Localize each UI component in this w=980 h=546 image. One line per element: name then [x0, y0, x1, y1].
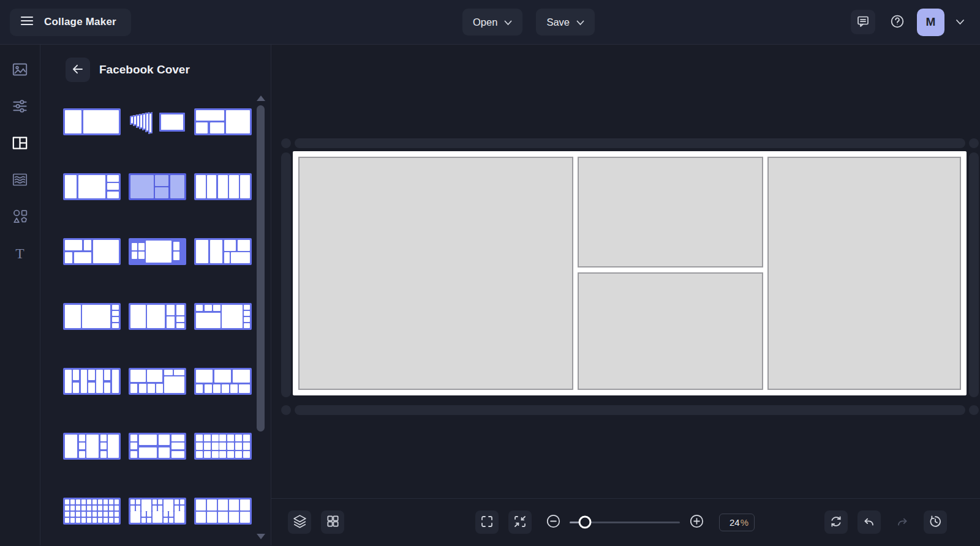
image-icon [12, 61, 28, 80]
sidebar-item-shapes[interactable] [7, 205, 34, 230]
template-thumbnail[interactable] [194, 498, 252, 525]
template-thumbnail[interactable] [194, 303, 252, 330]
template-thumbnail[interactable] [63, 433, 121, 460]
redo-button[interactable] [891, 510, 914, 534]
sidebar-item-backgrounds[interactable] [7, 168, 34, 193]
scroll-up-arrow[interactable] [257, 95, 265, 101]
collage-cell-left[interactable] [298, 157, 573, 390]
shapes-icon [12, 208, 28, 226]
panel-title: Facebook Cover [99, 63, 190, 77]
fit-screen-button[interactable] [475, 510, 499, 534]
canvas-left-handle[interactable] [281, 152, 291, 397]
account-chevron-button[interactable] [952, 14, 968, 30]
canvas-corner-handle[interactable] [969, 405, 979, 415]
templates-panel: Facebook Cover [40, 45, 271, 545]
back-button[interactable] [66, 58, 90, 82]
save-button-label: Save [546, 17, 570, 28]
zoom-out-button[interactable] [545, 514, 561, 530]
sidebar-item-photos[interactable] [7, 58, 34, 83]
help-button[interactable] [885, 10, 910, 34]
zoom-unit: % [741, 517, 748, 528]
zoom-slider-knob[interactable] [579, 516, 592, 529]
save-button[interactable]: Save [536, 9, 595, 36]
collage-cell-middle-bottom[interactable] [578, 272, 763, 390]
feedback-icon [856, 14, 870, 31]
grid-view-button[interactable] [321, 510, 344, 534]
canvas-area: 24% [271, 45, 980, 545]
history-icon [928, 514, 943, 531]
redo-icon [895, 514, 910, 531]
template-thumbnail[interactable] [194, 368, 252, 395]
open-button[interactable]: Open [462, 9, 522, 36]
text-icon: T [12, 245, 28, 263]
svg-text:T: T [15, 245, 24, 261]
topbar: Collage Maker Open Save [0, 0, 980, 45]
template-thumbnail[interactable] [63, 173, 121, 200]
template-thumbnail[interactable] [129, 368, 186, 395]
grid-icon [326, 514, 340, 530]
app-title: Collage Maker [44, 16, 116, 28]
reset-button[interactable] [824, 510, 848, 534]
layers-icon [292, 514, 307, 531]
undo-button[interactable] [858, 510, 881, 534]
sidebar-item-layouts[interactable] [7, 132, 34, 156]
collage-cell-middle-top[interactable] [578, 157, 763, 267]
canvas-top-handle[interactable] [295, 138, 965, 148]
template-thumbnail[interactable] [129, 173, 186, 200]
expand-icon [480, 514, 494, 531]
template-thumbnail[interactable] [129, 108, 186, 135]
canvas-corner-handle[interactable] [281, 138, 291, 148]
template-thumbnail[interactable] [63, 108, 121, 135]
tool-rail: T [0, 45, 40, 545]
template-thumbnail[interactable] [63, 368, 121, 395]
template-thumbnail[interactable] [194, 173, 252, 200]
help-icon [889, 13, 905, 31]
template-thumbnail[interactable] [194, 433, 252, 460]
canvas-bottom-handle[interactable] [295, 405, 965, 415]
layers-button[interactable] [288, 510, 311, 534]
canvas-corner-handle[interactable] [969, 138, 979, 148]
scroll-down-arrow[interactable] [257, 534, 265, 539]
collage-frame [293, 151, 967, 395]
template-thumbnail[interactable] [129, 433, 186, 460]
template-thumbnail[interactable] [63, 303, 121, 330]
sidebar-item-text[interactable]: T [7, 242, 34, 266]
sidebar-item-adjust[interactable] [7, 95, 34, 119]
panel-scrollbar[interactable] [257, 105, 265, 432]
collage-cell-right[interactable] [767, 157, 961, 390]
refresh-icon [829, 514, 843, 531]
avatar[interactable]: M [917, 9, 944, 36]
template-thumbnail[interactable] [63, 238, 121, 265]
template-thumbnail[interactable] [194, 108, 252, 135]
open-button-label: Open [473, 17, 497, 28]
canvas-corner-handle[interactable] [281, 405, 291, 415]
collapse-icon [513, 514, 527, 531]
texture-icon [12, 171, 28, 190]
collage-middle-column [578, 157, 763, 390]
bottom-toolbar: 24% [271, 498, 980, 545]
canvas-right-handle[interactable] [969, 152, 979, 397]
collapse-button[interactable] [508, 510, 532, 534]
template-thumbnail[interactable] [129, 498, 186, 525]
zoom-out-icon [546, 514, 561, 531]
template-thumbnail[interactable] [129, 238, 186, 265]
zoom-in-button[interactable] [688, 514, 704, 530]
history-button[interactable] [924, 510, 947, 534]
undo-icon [862, 514, 876, 531]
collage-maker-app: Collage Maker Open Save [0, 0, 980, 546]
sliders-icon [12, 98, 28, 116]
zoom-in-icon [689, 514, 704, 531]
main-menu-button[interactable]: Collage Maker [10, 9, 131, 36]
zoom-slider-track[interactable] [570, 522, 680, 523]
feedback-button[interactable] [851, 10, 875, 34]
file-actions: Open Save [462, 9, 595, 36]
template-thumbnail[interactable] [129, 303, 186, 330]
template-thumbnail[interactable] [194, 238, 252, 265]
zoom-percent-input[interactable]: 24% [719, 514, 755, 531]
avatar-letter: M [926, 15, 936, 29]
layout-icon [12, 135, 28, 153]
chevron-down-icon [504, 17, 512, 28]
chevron-down-icon [956, 18, 965, 27]
zoom-slider [561, 522, 688, 523]
template-thumbnail[interactable] [63, 498, 121, 525]
